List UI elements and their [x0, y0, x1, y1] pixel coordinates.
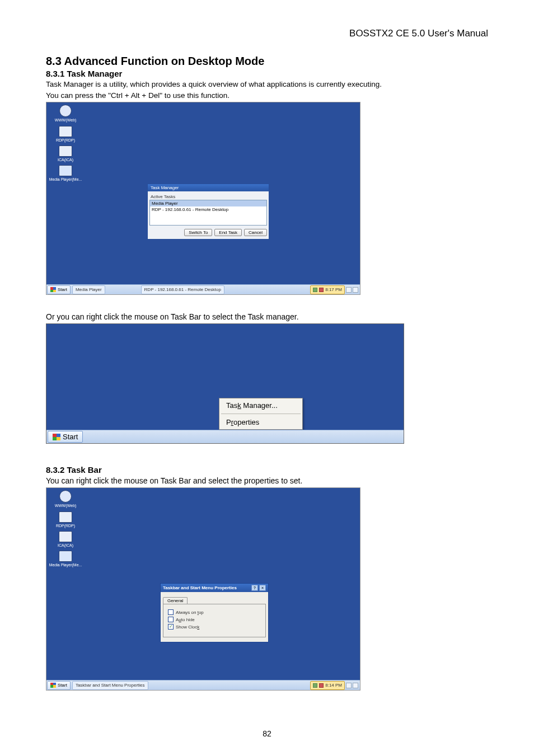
globe-icon [59, 105, 72, 117]
ica-icon [59, 145, 72, 157]
icon-label: ICA(ICA) [58, 543, 73, 547]
show-desktop-icon[interactable] [346, 287, 352, 293]
start-label: Start [58, 287, 67, 292]
desktop-icons: WWW(Web) RDP(RDP) ICA(ICA) Media Player(… [49, 490, 82, 570]
icon-label: ICA(ICA) [58, 158, 73, 162]
clock: 8:14 PM [325, 683, 342, 688]
start-label: Start [58, 683, 67, 688]
section-heading: 8.3 Advanced Function on Desktop Mode [46, 55, 488, 68]
tray-icon[interactable] [319, 683, 324, 688]
window-body: General Always on top Auto hide ✓ Show C… [161, 592, 268, 642]
tray-end-icons [346, 683, 358, 688]
option-show-clock[interactable]: ✓ Show Clock [168, 624, 261, 630]
media-icon [59, 551, 72, 562]
paragraph: You can right click the mouse on Task Ba… [46, 476, 488, 486]
taskbar-item-properties[interactable]: Taskbar and Start Menu Properties [72, 681, 148, 690]
paragraph: Task Manager is a utility, which provide… [46, 79, 488, 90]
icon-label: RDP(RDP) [56, 524, 75, 528]
button-row: Switch To End Task Cancel [149, 229, 267, 236]
cancel-button[interactable]: Cancel [244, 229, 267, 236]
taskbar-context-menu: Task Manager... Properties [219, 398, 303, 430]
taskbar[interactable]: Start [46, 430, 404, 443]
desktop-icon-www[interactable]: WWW(Web) [49, 105, 82, 122]
start-button[interactable]: Start [47, 681, 71, 690]
paragraph: You can press the "Ctrl + Alt + Del" to … [46, 91, 488, 101]
desktop-icon-ica[interactable]: ICA(ICA) [49, 531, 82, 547]
desktop-icon-ica[interactable]: ICA(ICA) [49, 145, 82, 162]
icon-label: RDP(RDP) [56, 138, 75, 142]
media-icon [59, 165, 72, 176]
paragraph: Or you can right click the mouse on Task… [46, 312, 488, 322]
rdp-icon [59, 126, 72, 137]
window-body: Active Tasks Media Player RDP - 192.168.… [148, 191, 269, 239]
tray-misc-icon[interactable] [353, 287, 358, 293]
page-number: 82 [0, 729, 534, 738]
subsection-heading-task-bar: 8.3.2 Task Bar [46, 465, 488, 475]
taskbar-item-label: RDP - 192.168.0.61 - Remote Desktop [144, 287, 221, 292]
windows-flag-icon [53, 434, 60, 440]
windows-flag-icon [50, 287, 56, 292]
close-button[interactable]: × [259, 585, 266, 591]
icon-label: WWW(Web) [55, 118, 77, 122]
task-manager-window: Task Manager Active Tasks Media Player R… [147, 184, 269, 240]
icon-label: WWW(Web) [55, 504, 77, 508]
desktop-icon-rdp[interactable]: RDP(RDP) [49, 511, 82, 528]
option-auto-hide[interactable]: Auto hide [168, 617, 261, 622]
doc-header: BOSSTX2 CE 5.0 User's Manual [46, 28, 488, 39]
screenshot-task-manager: WWW(Web) RDP(RDP) ICA(ICA) Media Player(… [46, 102, 360, 295]
globe-icon [59, 490, 72, 503]
taskbar-item-rdp[interactable]: RDP - 192.168.0.61 - Remote Desktop [141, 285, 224, 294]
help-button[interactable]: ? [251, 585, 258, 591]
tray-icon[interactable] [313, 683, 317, 688]
menu-separator [221, 414, 301, 414]
screenshot-taskbar-properties: WWW(Web) RDP(RDP) ICA(ICA) Media Player(… [46, 487, 360, 691]
rdp-icon [59, 511, 72, 523]
taskbar[interactable]: Start Media Player RDP - 192.168.0.61 - … [46, 284, 360, 294]
clock: 8:17 PM [325, 287, 342, 292]
option-always-on-top[interactable]: Always on top [168, 609, 261, 615]
windows-flag-icon [50, 683, 56, 688]
screenshot-context-menu: Task Manager... Properties Start [46, 323, 404, 444]
end-task-button[interactable]: End Task [214, 229, 242, 236]
active-tasks-label: Active Tasks [151, 194, 266, 199]
switch-to-button[interactable]: Switch To [184, 229, 212, 236]
tray-end-icons [346, 287, 358, 293]
taskbar-item-label: Media Player [76, 287, 102, 292]
start-button[interactable]: Start [47, 285, 71, 294]
desktop-icon-rdp[interactable]: RDP(RDP) [49, 126, 82, 142]
checkbox[interactable] [168, 617, 174, 622]
icon-label: Media Player(Me... [49, 563, 82, 567]
start-label: Start [63, 433, 78, 441]
tray-icon[interactable] [319, 288, 324, 292]
desktop-icon-www[interactable]: WWW(Web) [49, 490, 82, 508]
checkbox-checked[interactable]: ✓ [168, 624, 174, 630]
taskbar[interactable]: Start Taskbar and Start Menu Properties … [46, 680, 360, 690]
window-title: Task Manager [148, 184, 269, 191]
desktop-icons: WWW(Web) RDP(RDP) ICA(ICA) Media Player(… [49, 105, 82, 185]
taskbar-item-label: Taskbar and Start Menu Properties [76, 683, 145, 688]
ica-icon [59, 531, 72, 542]
window-title-bar: Taskbar and Start Menu Properties ? × [161, 584, 268, 592]
system-tray[interactable]: 8:14 PM [310, 681, 345, 690]
active-tasks-list[interactable]: Media Player RDP - 192.168.0.61 - Remote… [149, 200, 267, 226]
taskbar-properties-window: Taskbar and Start Menu Properties ? × Ge… [160, 583, 269, 642]
list-item[interactable]: Media Player [150, 200, 266, 206]
subsection-heading-task-manager: 8.3.1 Task Manager [46, 69, 488, 78]
desktop-icon-media[interactable]: Media Player(Me... [49, 551, 82, 567]
menu-item-task-manager[interactable]: Task Manager... [219, 398, 302, 412]
tab-general[interactable]: General [163, 597, 188, 604]
show-desktop-icon[interactable] [346, 683, 352, 688]
tray-misc-icon[interactable] [353, 683, 358, 688]
start-button[interactable]: Start [48, 431, 83, 443]
window-title: Taskbar and Start Menu Properties [163, 585, 237, 590]
desktop-icon-media[interactable]: Media Player(Me... [49, 165, 82, 181]
tray-icon[interactable] [313, 288, 317, 292]
taskbar-item-media[interactable]: Media Player [72, 285, 105, 294]
system-tray[interactable]: 8:17 PM [310, 285, 345, 294]
icon-label: Media Player(Me... [49, 177, 82, 181]
list-item[interactable]: RDP - 192.168.0.61 - Remote Desktop [150, 206, 266, 213]
menu-item-properties[interactable]: Properties [219, 415, 302, 429]
tab-panel: Always on top Auto hide ✓ Show Clock [163, 604, 266, 637]
checkbox[interactable] [168, 609, 174, 615]
